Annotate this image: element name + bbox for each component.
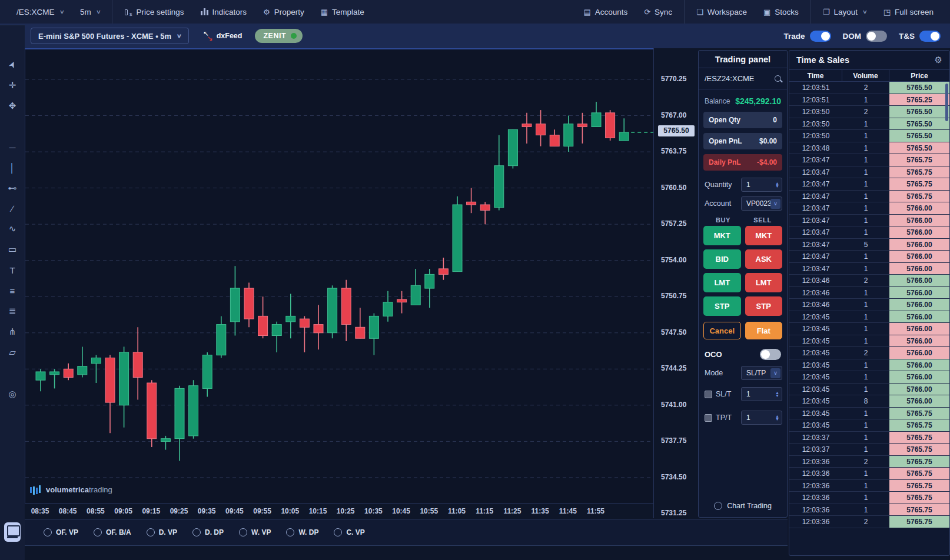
trend-line-tool[interactable]: ∕ [0, 199, 25, 217]
price-axis[interactable]: 5770.255767.005763.755760.505757.255754.… [653, 48, 698, 518]
gear-icon: ⚙ [263, 8, 270, 16]
tns-row: 12:03:3615765.75 [789, 468, 949, 480]
ruler-icon: ▱ [9, 347, 16, 358]
quantity-stepper[interactable]: 1 ▲▼ [741, 178, 782, 192]
study-option-of-vp[interactable]: OF. VP [44, 528, 78, 536]
accounts-button[interactable]: ▤Accounts [575, 0, 636, 24]
radio-icon [239, 528, 247, 536]
buy-lmt-button[interactable]: LMT [703, 273, 741, 292]
divider [684, 0, 685, 24]
balance-value: $245,292.10 [735, 96, 781, 106]
crosshair-tool[interactable]: ✛ [0, 76, 25, 94]
horizontal-ray-tool[interactable]: ⊷ [0, 179, 25, 197]
buy-header: BUY [703, 216, 743, 224]
text-tool[interactable]: T [0, 261, 25, 279]
slt-stepper[interactable]: 1 ▲▼ [741, 387, 782, 401]
study-option-of-b-a[interactable]: OF. B/A [94, 528, 131, 536]
search-icon[interactable] [775, 75, 781, 82]
study-option-c-vp[interactable]: C. VP [334, 528, 364, 536]
study-option-w-vp[interactable]: W. VP [239, 528, 271, 536]
time-tick: 11:25 [503, 507, 521, 515]
hand-pan-icon: ✥ [9, 101, 16, 111]
panel-mode-button[interactable] [4, 522, 21, 542]
buy-stp-button[interactable]: STP [703, 296, 741, 316]
indicators-button[interactable]: Indicators [192, 0, 255, 24]
time-tick: 11:15 [476, 507, 493, 515]
daily-pnl-row: Daily PnL-$4.00 [703, 154, 782, 171]
flat-button[interactable]: Flat [745, 322, 783, 339]
divider [112, 0, 112, 24]
timeframe-selector[interactable]: 5m ∨ [72, 0, 108, 24]
ruler-tool[interactable]: ▱ [0, 344, 25, 361]
stocks-button[interactable]: ▣Stocks [755, 0, 807, 24]
parallel-channel-icon: ≣ [9, 306, 16, 316]
cancel-button[interactable]: Cancel [703, 322, 741, 339]
workspace-button[interactable]: ❏Workspace [688, 0, 755, 24]
tns-row: 12:03:4585766.00 [789, 395, 949, 408]
mode-select[interactable]: SL/TP ∨ [741, 366, 782, 380]
sell-lmt-button[interactable]: LMT [745, 273, 783, 292]
vertical-line-tool[interactable]: │ [0, 159, 25, 176]
time-tick: 11:05 [448, 507, 466, 515]
buy-mkt-button[interactable]: MKT [703, 226, 741, 245]
time-tick: 08:45 [59, 507, 77, 515]
account-select[interactable]: VP00235 ∨ [741, 196, 782, 211]
scrollbar-thumb[interactable] [945, 84, 948, 121]
stepper-arrows-icon[interactable]: ▲▼ [775, 391, 779, 397]
target-icon: ◎ [8, 389, 16, 399]
target-tool[interactable]: ◎ [0, 385, 25, 403]
instrument-selector[interactable]: E-mini S&P 500 Futures - XCME • 5m ∨ [31, 28, 189, 44]
tns-row: 12:03:4715765.75 [789, 154, 949, 166]
time-tick: 08:35 [31, 507, 49, 515]
rectangle-tool[interactable]: ▭ [0, 241, 25, 258]
candlestick-chart[interactable]: volumetricatrading [25, 48, 653, 503]
parallel-channel-tool[interactable]: ≣ [0, 302, 25, 320]
price-tick: 5734.50 [661, 473, 686, 481]
horizontal-line-tool[interactable]: ─ [0, 138, 25, 156]
layout-button[interactable]: ❐Layout∨ [815, 0, 875, 24]
pitchfork-tool[interactable]: ⋔ [0, 323, 25, 341]
oco-toggle[interactable] [760, 349, 781, 360]
tns-row: 12:03:3615765.75 [789, 492, 949, 504]
gear-icon[interactable]: ⚙ [935, 55, 942, 65]
time-tick: 09:35 [198, 507, 216, 515]
buy-bid-button[interactable]: BID [703, 249, 741, 269]
price-settings-button[interactable]: Price settings [116, 0, 192, 24]
tns-toggle[interactable]: T&S [899, 31, 941, 42]
study-option-d-dp[interactable]: D. DP [192, 528, 224, 536]
cursor-tool[interactable]: ➤ [0, 50, 25, 80]
tns-row: 12:03:4515765.75 [789, 419, 949, 432]
tns-row: 12:03:4715766.00 [789, 251, 949, 263]
full-screen-button[interactable]: ◳Full screen [875, 0, 942, 24]
trade-toggle[interactable]: Trade [783, 31, 831, 42]
template-button[interactable]: ▦Template [313, 0, 373, 24]
sync-button[interactable]: ⟳Sync [636, 0, 680, 24]
time-tick: 08:55 [87, 507, 105, 515]
sell-ask-button[interactable]: ASK [745, 249, 783, 269]
sell-stp-button[interactable]: STP [745, 296, 783, 316]
parallel-lines-tool[interactable]: ≡ [0, 282, 25, 299]
hand-pan-tool[interactable]: ✥ [0, 97, 25, 115]
sell-mkt-button[interactable]: MKT [745, 226, 783, 245]
stepper-arrows-icon[interactable]: ▲▼ [775, 182, 779, 188]
symbol-selector[interactable]: /ES:XCME ∨ [8, 0, 72, 24]
chart-trading-option[interactable]: Chart Trading [699, 502, 787, 510]
stepper-arrows-icon[interactable]: ▲▼ [775, 415, 779, 421]
slt-label: SL/T [716, 390, 731, 398]
price-tick: 5741.00 [661, 401, 686, 409]
dom-toggle[interactable]: DOM [843, 31, 888, 42]
slt-checkbox[interactable] [705, 391, 712, 398]
tpt-stepper[interactable]: 1 ▲▼ [741, 411, 782, 425]
tpt-checkbox[interactable] [705, 414, 712, 422]
price-tick: 5750.75 [661, 292, 686, 300]
current-price-tag: 5765.50 [658, 125, 695, 136]
property-button[interactable]: ⚙Property [255, 0, 313, 24]
study-option-d-vp[interactable]: D. VP [147, 528, 177, 536]
time-axis[interactable]: 08:3508:4508:5509:0509:1509:2509:3509:45… [25, 503, 653, 518]
radio-icon [334, 528, 342, 536]
tns-row: 12:03:4715765.75 [789, 191, 949, 203]
study-option-w-dp[interactable]: W. DP [286, 528, 318, 536]
zenit-badge[interactable]: ZENIT [255, 29, 303, 43]
price-tick: 5747.50 [661, 328, 686, 336]
multi-point-line-tool[interactable]: ∿ [0, 220, 25, 238]
